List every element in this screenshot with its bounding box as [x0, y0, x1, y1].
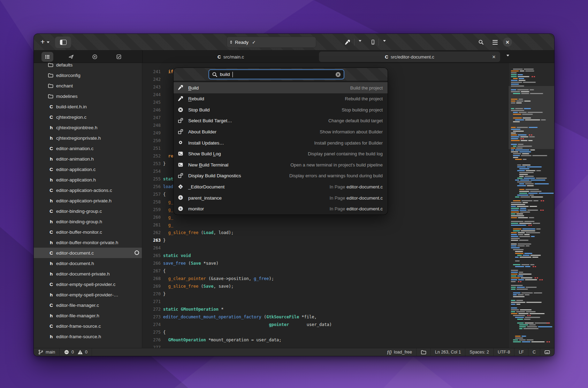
tree-item-editor-frame-source-c[interactable]: Ceditor-frame-source.c — [34, 321, 142, 331]
line-number[interactable]: 259 — [142, 206, 161, 214]
minimap[interactable] — [508, 63, 554, 348]
line-number[interactable]: 271 — [142, 298, 161, 305]
line-number[interactable]: 257 — [142, 191, 161, 198]
line-number[interactable]: 269 — [142, 282, 161, 290]
tree-item-editor-binding-group-h[interactable]: heditor-binding-group.h — [34, 216, 142, 227]
line-number[interactable]: 260 — [142, 214, 161, 221]
result-build[interactable]: BuildBuild the project — [174, 82, 388, 93]
line-number[interactable]: 270 — [142, 290, 161, 298]
tree-item-modelines[interactable]: modelines — [34, 91, 142, 101]
line-number[interactable]: 261 — [142, 221, 161, 229]
clear-search-icon[interactable] — [335, 72, 341, 77]
tab-close-button[interactable]: ✕ — [491, 54, 497, 60]
result--editordocument[interactable]: S_EditorDocumentIn Page editor-document.… — [174, 181, 388, 193]
line-number[interactable]: 244 — [142, 91, 161, 99]
diagnostics-counts[interactable]: 0 0 — [60, 348, 92, 356]
line-number[interactable]: 267 — [142, 267, 161, 275]
tree-item-editor-document-private-h[interactable]: heditor-document-private.h — [34, 269, 142, 279]
menu-button[interactable] — [491, 38, 499, 46]
result-install-updates-[interactable]: Install Updates…Install pending updates … — [174, 137, 388, 148]
result-rebuild[interactable]: RebuildRebuild the project — [174, 93, 388, 104]
current-symbol-button[interactable]: ƒ{} load_free — [382, 348, 416, 356]
tree-item-editor-empty-spell-provider-c[interactable]: Ceditor-empty-spell-provider.c — [34, 279, 142, 289]
tree-item-editor-document-c[interactable]: Ceditor-document.c — [34, 248, 142, 258]
device-dropdown[interactable] — [381, 38, 388, 46]
result-monitor[interactable]: SmonitorIn Page editor-document.c — [174, 203, 388, 215]
result-show-build-log[interactable]: Show Build LogDisplay panel containing t… — [174, 148, 388, 160]
line-number[interactable]: 253 — [142, 160, 161, 168]
line-number[interactable]: 242 — [142, 76, 161, 83]
tree-item-editor-animation-h[interactable]: heditor-animation.h — [34, 154, 142, 164]
tab-list-dropdown[interactable] — [504, 54, 512, 60]
tree-item-editor-file-manager-h[interactable]: heditor-file-manager.h — [34, 310, 142, 321]
sidebar-tab-diagnostics[interactable] — [89, 52, 101, 62]
indentation-button[interactable]: Spaces: 2 — [465, 348, 493, 356]
tree-item-enchant[interactable]: enchant — [34, 80, 142, 91]
tree-item-editor-buffer-monitor-private-h[interactable]: heditor-buffer-monitor-private.h — [34, 237, 142, 248]
line-number[interactable]: 274 — [142, 321, 161, 328]
result-stop-build[interactable]: Stop BuildStop building project — [174, 104, 388, 116]
tree-item-editor-binding-group-c[interactable]: Ceditor-binding-group.c — [34, 206, 142, 216]
tab-editor-document-c[interactable]: C src/editor-document.c ✕ — [319, 52, 500, 62]
tab-main-c[interactable]: C src/main.c — [208, 51, 253, 63]
search-button[interactable] — [477, 38, 485, 46]
line-number[interactable]: 246 — [142, 106, 161, 114]
cursor-position-button[interactable]: Ln 263, Col 1 — [431, 348, 465, 356]
result-about-builder[interactable]: About BuilderShow information about Buil… — [174, 126, 388, 138]
result-new-build-terminal[interactable]: New Build TerminalOpen a new terminal in… — [174, 160, 388, 171]
tree-item-defaults[interactable]: defaults — [34, 63, 142, 70]
tree-item-editor-frame-source-h[interactable]: heditor-frame-source.h — [34, 331, 142, 342]
result-display-build-diagnostics[interactable]: Display Build DiagnosticsDisplay errors … — [174, 170, 388, 181]
line-number[interactable]: 256 — [142, 183, 161, 191]
window-close-button[interactable]: ✕ — [503, 38, 512, 47]
line-number[interactable]: 266 — [142, 259, 161, 267]
project-folder-button[interactable] — [417, 348, 430, 356]
line-number[interactable]: 258 — [142, 198, 161, 206]
tree-item-cjhtextregion-c[interactable]: Ccjhtextregion.c — [34, 112, 142, 122]
search-input[interactable]: build — [208, 69, 344, 79]
line-number[interactable]: 263 — [142, 236, 161, 244]
sidebar-tab-project-tree[interactable] — [41, 52, 53, 62]
tree-item-editorconfig[interactable]: editorconfig — [34, 70, 142, 80]
build-options-dropdown[interactable] — [356, 38, 364, 46]
line-number[interactable]: 262 — [142, 229, 161, 236]
line-ending-button[interactable]: LF — [514, 348, 528, 356]
run-build-button[interactable] — [344, 38, 351, 46]
new-tab-button[interactable]: + — [37, 37, 53, 47]
tree-item-cjhtextregionprivate-h[interactable]: hcjhtextregionprivate.h — [34, 133, 142, 143]
tree-item-editor-application-h[interactable]: heditor-application.h — [34, 174, 142, 185]
toggle-sidebar-button[interactable] — [55, 37, 71, 48]
line-number[interactable]: 252 — [142, 152, 161, 160]
encoding-button[interactable]: UTF-8 — [494, 348, 514, 356]
line-number[interactable]: 250 — [142, 137, 161, 145]
line-number[interactable]: 248 — [142, 122, 161, 129]
line-number[interactable]: 264 — [142, 244, 161, 252]
line-number[interactable]: 241 — [142, 68, 161, 76]
tree-item-editor-animation-c[interactable]: Ceditor-animation.c — [34, 143, 142, 154]
tree-item-editor-application-private-h[interactable]: heditor-application-private.h — [34, 195, 142, 206]
result-select-build-target-[interactable]: Select Build Target…Change default build… — [174, 115, 388, 126]
line-number[interactable]: 255 — [142, 175, 161, 183]
line-number[interactable]: 277 — [142, 344, 161, 348]
line-number[interactable]: 275 — [142, 328, 161, 336]
line-number[interactable]: 272 — [142, 305, 161, 313]
tree-item-editor-document-h[interactable]: heditor-document.h — [34, 258, 142, 269]
line-number[interactable]: 251 — [142, 145, 161, 152]
language-button[interactable]: C — [528, 348, 540, 356]
tree-item-editor-application-actions-c[interactable]: Ceditor-application-actions.c — [34, 185, 142, 195]
tree-item-editor-application-c[interactable]: Ceditor-application.c — [34, 164, 142, 174]
line-number[interactable]: 245 — [142, 99, 161, 106]
sidebar-tab-pipeline[interactable] — [65, 52, 77, 62]
tree-item-cjhtextregionbtree-h[interactable]: hcjhtextregionbtree.h — [34, 122, 142, 133]
tree-item-editor-empty-spell-provider-[interactable]: heditor-empty-spell-provider-… — [34, 289, 142, 300]
line-number[interactable]: 247 — [142, 114, 161, 122]
line-number[interactable]: 254 — [142, 168, 161, 175]
git-branch-button[interactable]: main — [34, 348, 59, 356]
sidebar-tab-todo[interactable] — [113, 52, 125, 62]
device-button[interactable] — [369, 38, 377, 46]
omnibar[interactable]: Ready ✓ — [227, 37, 316, 48]
line-number[interactable]: 276 — [142, 336, 161, 344]
tree-item-build-ident-h-in[interactable]: Cbuild-ident.h.in — [34, 101, 142, 112]
result-parent-instance[interactable]: Sparent_instanceIn Page editor-document.… — [174, 192, 388, 203]
line-number[interactable]: 249 — [142, 129, 161, 137]
